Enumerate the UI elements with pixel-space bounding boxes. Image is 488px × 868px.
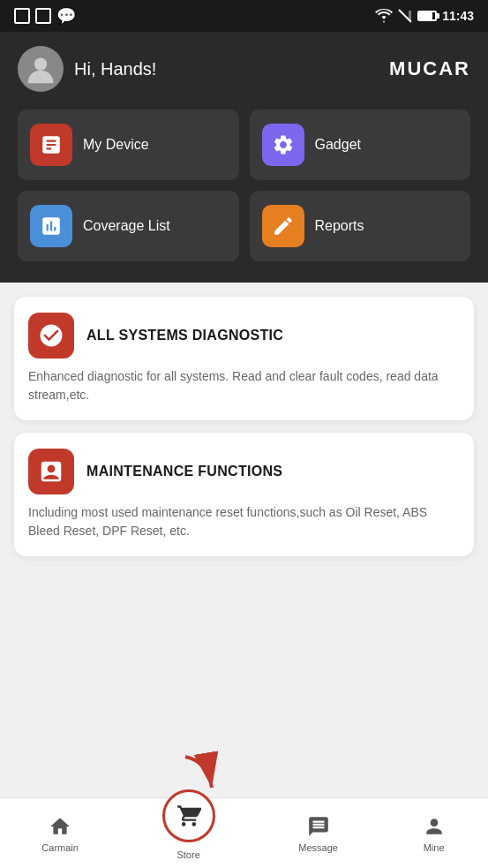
all-systems-header: ALL SYSTEMS DIAGNOSTIC [28,313,460,359]
store-label: Store [176,849,199,860]
gadget-icon [262,124,304,166]
avatar [18,46,64,92]
my-device-icon [30,124,72,166]
status-bar-right: 11:43 [375,9,474,23]
nav-item-carmain[interactable]: Carmain [27,807,93,860]
maintenance-card[interactable]: MAINTENANCE FUNCTIONS Including most use… [14,433,474,556]
maintenance-header: MAINTENANCE FUNCTIONS [28,449,460,494]
message-label: Message [298,842,338,853]
brand-logo: MUCAR [389,57,470,80]
nav-item-store[interactable]: Store [148,800,229,867]
svg-point-2 [34,57,47,70]
header-row: Hi, Hands! MUCAR [18,46,470,92]
message-icon [306,814,331,839]
nav-item-mine[interactable]: Mine [408,807,461,860]
status-square-1 [14,8,30,24]
gadget-button[interactable]: Gadget [250,109,471,180]
battery-icon [417,11,437,21]
status-bar-left: 💬 [14,6,76,26]
greeting-text: Hi, Hands! [74,59,156,79]
carmain-label: Carmain [41,842,79,853]
coverage-list-button[interactable]: Coverage List [18,191,239,261]
maintenance-title: MAINTENANCE FUNCTIONS [86,464,282,479]
user-info: Hi, Hands! [18,46,156,92]
all-systems-card[interactable]: ALL SYSTEMS DIAGNOSTIC Enhanced diagnost… [14,297,474,420]
signal-icon [398,9,412,23]
status-square-2 [35,8,51,24]
reports-label: Reports [315,218,364,234]
mine-icon [422,814,447,839]
nav-item-message[interactable]: Message [284,807,352,860]
all-systems-card-icon [28,313,74,359]
avatar-image [25,53,56,85]
all-systems-desc: Enhanced diagnostic for all systems. Rea… [28,367,460,404]
time-display: 11:43 [442,9,474,23]
wechat-icon: 💬 [56,6,76,26]
status-bar: 💬 11:43 [0,0,488,32]
gadget-label: Gadget [315,137,361,153]
bottom-nav: Carmain Store Message Mine [0,797,488,868]
maintenance-card-icon [28,449,74,494]
store-circle [162,789,215,842]
coverage-list-label: Coverage List [83,218,170,234]
all-systems-title: ALL SYSTEMS DIAGNOSTIC [86,328,283,343]
my-device-button[interactable]: My Device [18,109,239,180]
my-device-label: My Device [83,137,149,153]
coverage-list-icon [30,205,72,247]
reports-icon [262,205,304,247]
store-cart-icon [176,804,201,828]
mine-label: Mine [424,842,445,853]
carmain-icon [48,814,72,839]
reports-button[interactable]: Reports [250,191,471,261]
content-area: ALL SYSTEMS DIAGNOSTIC Enhanced diagnost… [0,283,488,583]
maintenance-desc: Including most used maintenance reset fu… [28,503,460,540]
device-panel: Hi, Hands! MUCAR My Device Gadget [0,32,488,283]
wifi-icon [375,9,393,23]
grid-buttons: My Device Gadget Coverage List [18,109,470,261]
